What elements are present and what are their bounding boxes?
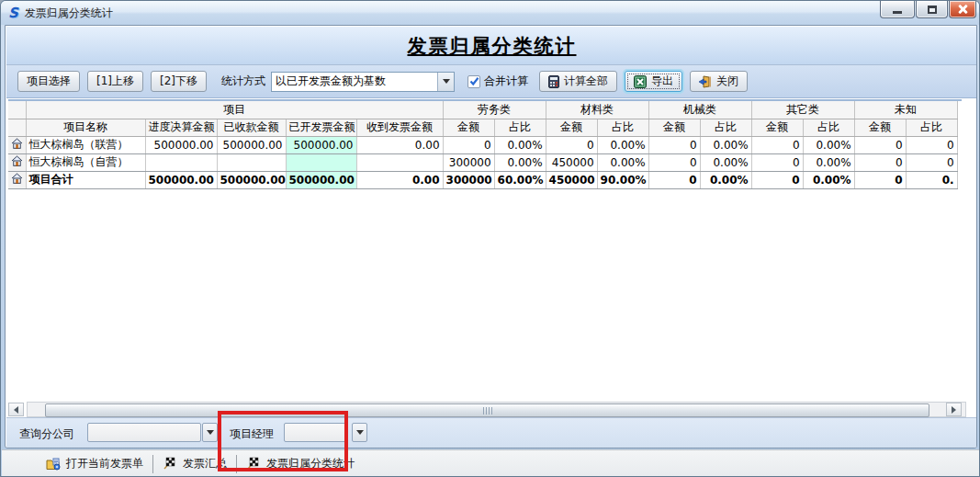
move-down-button[interactable]: [2]下移 (151, 71, 207, 92)
manager-dropdown-button[interactable] (352, 423, 367, 442)
close-button[interactable] (949, 1, 976, 18)
grid-corner-cell (8, 119, 26, 136)
project-name-cell[interactable]: 项目合计 (26, 171, 145, 188)
maximize-button[interactable] (916, 1, 948, 18)
calc-all-label: 计算全部 (564, 74, 608, 89)
grid-cell[interactable]: 0.00% (597, 153, 648, 171)
grid-cell[interactable]: 0 (906, 153, 957, 171)
filter-bar: 查询分公司 项目经理 (6, 417, 977, 449)
grid-cell[interactable]: 0.00% (494, 153, 546, 171)
col-header: 项目名称 (26, 119, 145, 136)
grid-cell[interactable]: 0.00% (494, 136, 546, 153)
grid-cell[interactable]: 90.00% (597, 171, 648, 188)
grid-cell[interactable]: 300000 (443, 153, 494, 171)
grid-cell[interactable]: 500000.00 (217, 171, 286, 188)
grid-cell[interactable]: 300000 (443, 171, 494, 188)
group-header-project: 项目 (26, 101, 443, 119)
grid-cell[interactable]: 0 (751, 171, 803, 188)
grid-cell[interactable]: 0 (443, 136, 494, 153)
scrollbar-track[interactable] (27, 402, 966, 417)
house-icon (11, 173, 23, 187)
scrollbar-thumb[interactable] (45, 403, 929, 417)
grid-cell[interactable]: 0 (648, 171, 700, 188)
grid-cell[interactable]: 0 (854, 171, 906, 188)
branch-select[interactable] (87, 423, 201, 442)
close-window-button[interactable]: 关闭 (690, 71, 748, 92)
grid-cell[interactable]: 500000.00 (145, 136, 217, 153)
grid-cell[interactable]: 0.00% (803, 153, 854, 171)
tab-invoice-category-stats[interactable]: 发票归属分类统计 (237, 453, 364, 475)
minimize-button[interactable] (880, 1, 915, 18)
maximize-icon (928, 6, 937, 14)
row-selector-cell[interactable] (8, 171, 26, 188)
grid-cell[interactable]: 500000.00 (145, 171, 217, 188)
grid-cell[interactable]: 500000.00 (217, 136, 286, 153)
tab-label: 发票汇总 (183, 456, 227, 471)
group-header-labor: 劳务类 (443, 101, 546, 119)
chevron-down-icon (356, 430, 364, 435)
tab-invoice-summary[interactable]: 发票汇总 (153, 453, 236, 475)
branch-dropdown-button[interactable] (202, 423, 218, 442)
tab-label: 发票归属分类统计 (266, 456, 355, 471)
grid-cell[interactable]: 0.00% (803, 136, 854, 153)
grid-cell[interactable]: 0 (906, 136, 957, 153)
checkered-flag-icon (163, 457, 177, 471)
grid-cell[interactable]: 0 (648, 153, 700, 171)
stat-mode-select[interactable]: 以已开发票金额为基数 (271, 72, 455, 92)
grid-cell[interactable]: 500000.00 (286, 136, 356, 153)
grid-cell[interactable]: 0. (906, 171, 957, 188)
grid-cell[interactable]: 450000 (546, 171, 597, 188)
horizontal-scrollbar[interactable] (8, 402, 962, 417)
stat-mode-dropdown-button[interactable] (437, 73, 454, 91)
export-button[interactable]: 导出 (625, 71, 682, 92)
manager-select[interactable] (284, 423, 348, 442)
grid-cell[interactable]: 0 (751, 136, 803, 153)
merge-calc-checkbox[interactable] (467, 75, 480, 88)
grid-cell[interactable] (217, 153, 286, 171)
stat-mode-value: 以已开发票金额为基数 (272, 74, 437, 89)
table-row[interactable]: 恒大棕榈岛（自营） 300000 0.00% 450000 0.00% 0 0.… (8, 153, 957, 171)
app-window: S 发票归属分类统计 发票归属分类统计 项目选择 [1]上移 [2]下移 统计方… (0, 0, 980, 477)
grid-cell[interactable]: 0.00% (597, 136, 648, 153)
bottom-tab-bar: 打开当前发票单 发票汇总 发票归属分类统计 (2, 449, 980, 477)
project-select-button[interactable]: 项目选择 (17, 71, 80, 92)
grid-cell[interactable]: 60.00% (494, 171, 546, 188)
tab-open-current-invoice[interactable]: 打开当前发票单 (37, 453, 152, 475)
project-name-cell[interactable]: 恒大棕榈岛（联营） (26, 136, 145, 153)
group-header-machine: 机械类 (648, 101, 751, 119)
merge-calc-label: 合并计算 (484, 74, 528, 89)
minimize-icon (893, 11, 902, 14)
export-label: 导出 (651, 74, 673, 89)
calc-all-button[interactable]: 计算全部 (539, 71, 617, 92)
grid-cell[interactable]: 0.00% (700, 153, 751, 171)
table-row[interactable]: 恒大棕榈岛（联营） 500000.00 500000.00 500000.00 … (8, 136, 957, 153)
grid-cell[interactable] (286, 153, 356, 171)
manager-filter-label: 项目经理 (230, 426, 274, 442)
col-header: 进度决算金额 (145, 119, 217, 136)
scroll-left-button[interactable] (8, 403, 24, 416)
grid-cell[interactable]: 500000.00 (286, 171, 356, 188)
col-header: 金额 (751, 119, 803, 136)
project-name-cell[interactable]: 恒大棕榈岛（自营） (26, 153, 145, 171)
grid-cell[interactable]: 0 (854, 136, 906, 153)
grid-cell[interactable]: 0 (648, 136, 700, 153)
grid-cell[interactable]: 0.00 (356, 136, 443, 153)
grid-cell[interactable] (145, 153, 217, 171)
grid-cell[interactable]: 0 (751, 153, 803, 171)
table-row-total[interactable]: 项目合计 500000.00 500000.00 500000.00 0.00 … (8, 171, 957, 188)
row-selector-cell[interactable] (8, 136, 26, 153)
grid-cell[interactable] (356, 153, 443, 171)
grid-cell[interactable]: 0 (854, 153, 906, 171)
move-up-button[interactable]: [1]上移 (87, 71, 143, 92)
titlebar[interactable]: S 发票归属分类统计 (1, 1, 979, 25)
checkmark-icon (469, 76, 479, 86)
grid-cell[interactable]: 0.00% (700, 171, 751, 188)
grid-cell[interactable]: 0.00 (356, 171, 443, 188)
grid-cell[interactable]: 0.00% (803, 171, 854, 188)
grid-cell[interactable]: 0 (546, 136, 597, 153)
merge-calc-checkbox-group[interactable]: 合并计算 (467, 74, 528, 89)
grid-cell[interactable]: 0.00% (700, 136, 751, 153)
row-selector-cell[interactable] (8, 153, 26, 171)
grid-cell[interactable]: 450000 (546, 153, 597, 171)
scroll-right-button[interactable] (946, 403, 962, 416)
